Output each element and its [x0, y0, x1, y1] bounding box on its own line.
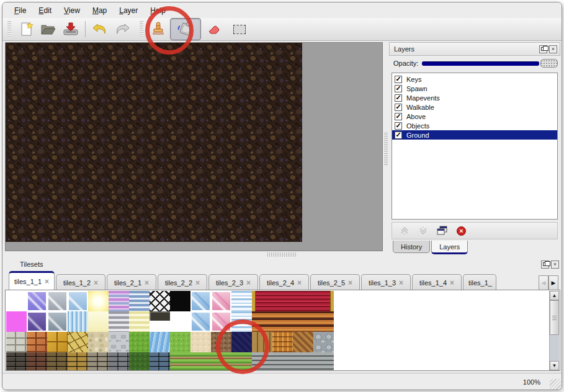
layer-visibility-checkbox[interactable]: ✓ [395, 113, 402, 120]
scrollbar-thumb[interactable] [550, 300, 559, 335]
menu-map[interactable]: Map [87, 4, 112, 17]
menu-layer[interactable]: Layer [114, 4, 143, 17]
tile-glow-yellow[interactable] [88, 291, 109, 311]
new-map-button[interactable] [16, 19, 37, 39]
tile-wood-slats[interactable] [293, 311, 313, 332]
tileset-tab-tiles_1_3[interactable]: tiles_1_3× [361, 274, 411, 290]
vertical-splitter-grip[interactable] [384, 133, 388, 165]
tile-stripes-blue[interactable] [129, 291, 150, 311]
tile-wall-graystone[interactable] [272, 352, 293, 371]
tab-close-icon[interactable]: × [297, 279, 302, 287]
tile-magenta[interactable] [6, 311, 27, 332]
layer-visibility-checkbox[interactable]: ✓ [395, 76, 402, 83]
tile-glass-darkpurple[interactable] [27, 311, 47, 332]
tile-lattice[interactable] [150, 291, 170, 311]
layers-panel-titlebar[interactable]: Layers × [389, 42, 560, 56]
layer-row-objects[interactable]: ✓Objects [392, 121, 557, 130]
tile-curtain-red-r[interactable] [313, 291, 334, 311]
tab-layers[interactable]: Layers [431, 241, 468, 254]
tile-stripes-pink[interactable] [109, 291, 129, 311]
tile-glass-lightblue[interactable] [190, 311, 211, 332]
tilesets-float-button[interactable] [541, 261, 549, 269]
layer-row-keys[interactable]: ✓Keys [392, 74, 557, 84]
layer-visibility-checkbox[interactable]: ✓ [395, 104, 402, 111]
tile-stripes-paleyellow[interactable] [129, 311, 150, 332]
tileset-tab-tiles_1_[interactable]: tiles_1_ [463, 274, 496, 290]
tab-history[interactable]: History [393, 241, 430, 253]
move-layer-down-button[interactable] [418, 226, 428, 236]
tile-herringbone[interactable] [293, 332, 313, 352]
tile-water-shimmer[interactable] [68, 311, 88, 332]
tile-brick-yellow[interactable] [68, 352, 88, 371]
open-map-button[interactable] [38, 19, 59, 39]
tile-brick-gray[interactable] [109, 352, 129, 371]
tile-sand-pale[interactable] [190, 332, 211, 352]
scroll-tabs-left-button[interactable]: ◀ [539, 275, 548, 290]
tile-glass-lightblue[interactable] [190, 291, 211, 311]
layer-visibility-checkbox[interactable]: ✓ [395, 122, 402, 130]
tile-wood-slats[interactable] [272, 311, 293, 332]
horizontal-splitter-grip[interactable] [267, 252, 297, 257]
tile-water-blue[interactable] [150, 332, 170, 352]
undo-button[interactable] [89, 19, 110, 39]
tab-close-icon[interactable]: × [399, 279, 403, 287]
opacity-slider-handle[interactable] [540, 59, 558, 68]
tile-black[interactable] [170, 291, 190, 311]
tile-brick-brown[interactable] [27, 352, 47, 371]
tab-close-icon[interactable]: × [348, 279, 352, 287]
tile-wood-slats[interactable] [313, 311, 334, 332]
tile-hedge-green[interactable] [129, 352, 150, 371]
vertical-splitter[interactable] [383, 42, 389, 251]
menu-file[interactable]: File [9, 4, 32, 17]
tile-pebbles-beige[interactable] [88, 332, 109, 352]
tile-glass-steel[interactable] [47, 311, 68, 332]
tile-stone-cracked[interactable] [68, 332, 88, 352]
tile-curtain-red[interactable] [272, 291, 293, 311]
tile-cobble-gray[interactable] [109, 332, 129, 352]
tile-glass-gray[interactable] [47, 291, 68, 311]
tile-brick-darkgray[interactable] [6, 352, 27, 371]
tileset-tab-tiles_2_2[interactable]: tiles_2_2× [158, 274, 207, 290]
move-layer-up-button[interactable] [400, 226, 410, 236]
tab-close-icon[interactable]: × [450, 279, 454, 287]
scrollbar-track[interactable] [550, 335, 559, 361]
tile-plaque[interactable] [150, 311, 170, 332]
delete-layer-button[interactable]: × [457, 226, 466, 236]
resize-grip[interactable] [550, 379, 561, 390]
tile-grass-rows[interactable] [190, 352, 211, 371]
tile-stripes-gray[interactable] [109, 311, 129, 332]
layers-close-button[interactable]: × [549, 45, 557, 53]
map-canvas[interactable] [6, 43, 302, 242]
tile-glass-purple[interactable] [27, 291, 47, 311]
tile-glass-blue[interactable] [68, 291, 88, 311]
tile-stone-orange[interactable] [27, 332, 47, 352]
tileset-tab-tiles_2_5[interactable]: tiles_2_5× [310, 274, 360, 290]
tileset-tab-tiles_1_1[interactable]: tiles_1_1× [9, 271, 55, 290]
layer-row-above[interactable]: ✓Above [392, 112, 557, 121]
tile-wavy-blue[interactable] [231, 291, 252, 311]
tile-brick-darktan[interactable] [47, 352, 68, 371]
layers-float-button[interactable] [539, 45, 547, 53]
tileset-palette[interactable]: ▲ ▼ [5, 290, 560, 371]
layer-visibility-checkbox[interactable]: ✓ [395, 131, 402, 139]
layer-row-ground[interactable]: ✓Ground [392, 130, 557, 140]
toolbar-grip[interactable] [7, 21, 11, 37]
layer-row-spawn[interactable]: ✓Spawn [392, 84, 557, 93]
tileset-tab-tiles_2_1[interactable]: tiles_2_1× [107, 274, 156, 290]
toolbar-grip-2[interactable] [140, 21, 143, 37]
tile-wall-graystone[interactable] [293, 352, 313, 371]
tile-brick-blue[interactable] [150, 352, 170, 371]
map-viewport[interactable] [5, 42, 383, 251]
tile-grass-light[interactable] [170, 332, 190, 352]
tile-basket-weave[interactable] [272, 332, 293, 352]
duplicate-layer-button[interactable] [437, 226, 448, 236]
tile-wall-graystone[interactable] [313, 352, 334, 371]
tile-wall-stone[interactable] [88, 352, 109, 371]
menu-view[interactable]: View [58, 4, 86, 17]
redo-button[interactable] [112, 19, 133, 39]
tab-close-icon[interactable]: × [94, 279, 98, 287]
tile-grass-green[interactable] [129, 332, 150, 352]
tab-close-icon[interactable]: × [246, 279, 251, 287]
menu-edit[interactable]: Edit [33, 4, 57, 17]
palette-scrollbar[interactable]: ▲ ▼ [549, 291, 559, 370]
